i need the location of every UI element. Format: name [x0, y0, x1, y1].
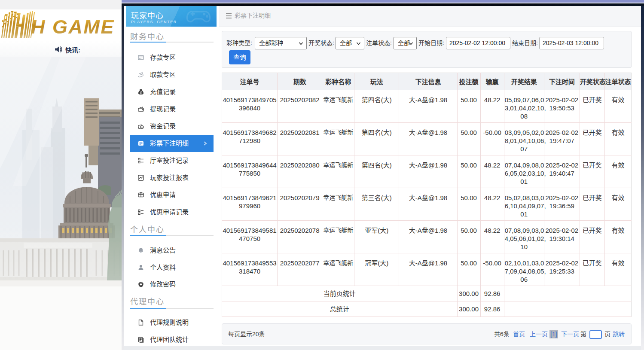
svg-text:H GAME: H GAME — [31, 16, 115, 38]
